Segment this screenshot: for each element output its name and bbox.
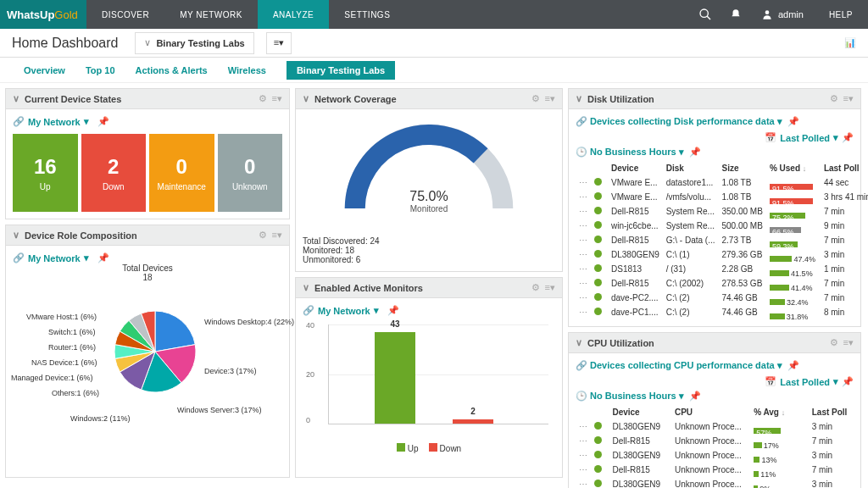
tab-binary-testing-labs[interactable]: Binary Testing Labs xyxy=(287,61,395,80)
gear-icon[interactable]: ⚙ xyxy=(259,93,267,104)
table-row[interactable]: ⋯dave-PC1....C:\ (2)74.46 GB31.8%8 min xyxy=(576,305,868,319)
menu-icon[interactable]: ≡▾ xyxy=(843,93,854,104)
svg-point-0 xyxy=(700,9,708,17)
bell-icon[interactable] xyxy=(721,0,751,29)
col-pct-avg[interactable]: % Avg ↓ xyxy=(750,405,809,419)
pin-icon[interactable]: 📌 xyxy=(97,252,109,263)
pin-icon[interactable]: 📌 xyxy=(787,116,799,127)
widget-title: Disk Utilization xyxy=(587,94,654,104)
gear-icon[interactable]: ⚙ xyxy=(531,282,540,293)
col-size[interactable]: Size xyxy=(719,161,766,175)
list-icon[interactable]: ≡▾ xyxy=(266,32,292,54)
pie-chart xyxy=(113,309,198,394)
svg-point-2 xyxy=(765,10,770,14)
menu-icon[interactable]: ≡▾ xyxy=(545,93,555,104)
calendar-icon[interactable]: 📅 xyxy=(765,376,776,387)
table-row[interactable]: ⋯Dell-R815G:\ - Data (...2.73 TB59.3%7 m… xyxy=(576,233,868,247)
gear-icon[interactable]: ⚙ xyxy=(531,93,540,104)
logo[interactable]: WhatsUpGold xyxy=(0,0,86,29)
table-row[interactable]: ⋯Dell-R815Unknown Proce...11%7 min xyxy=(576,463,854,477)
tile-maintenance[interactable]: 0Maintenance xyxy=(149,134,214,212)
col-device[interactable]: Device xyxy=(609,405,671,419)
col-device[interactable]: Device xyxy=(608,161,663,175)
table-row[interactable]: ⋯win-jc6cbe...System Re...500.00 MB66.5%… xyxy=(576,219,868,233)
gear-icon[interactable]: ⚙ xyxy=(830,337,838,348)
col-last-poll[interactable]: Last Poll xyxy=(821,161,868,175)
table-row[interactable]: ⋯DL380GEN9Unknown Proce...9%3 min xyxy=(576,477,854,488)
top-nav: DISCOVER MY NETWORK ANALYZE SETTINGS xyxy=(86,0,405,29)
table-row[interactable]: ⋯Dell-R815C:\ (2002)278.53 GB41.4%7 min xyxy=(576,276,868,291)
pie-label: Router:1 (6%) xyxy=(48,343,96,352)
disk-table: Device Disk Size % Used ↓ Last Poll ⋯VMw… xyxy=(576,161,868,319)
pin-icon[interactable]: 📌 xyxy=(842,376,854,387)
tile-up[interactable]: 16Up xyxy=(13,134,78,212)
pin-icon[interactable]: 📌 xyxy=(689,391,701,402)
col-last-poll[interactable]: Last Poll xyxy=(809,405,854,419)
nav-settings[interactable]: SETTINGS xyxy=(329,0,405,29)
scope-my-network[interactable]: 🔗 My Network ▾ 📌 xyxy=(13,116,282,127)
pin-icon[interactable]: 📌 xyxy=(97,116,109,127)
pin-icon[interactable]: 📌 xyxy=(689,147,701,158)
second-toolbar: Home Dashboard ∨Binary Testing Labs ≡▾ 📊 xyxy=(0,29,868,58)
table-row[interactable]: ⋯Dell-R815System Re...350.00 MB75.2%7 mi… xyxy=(576,204,868,219)
scope-my-network[interactable]: 🔗 My Network ▾ 📌 xyxy=(13,252,282,263)
page-title: Home Dashboard xyxy=(12,36,118,51)
nav-discover[interactable]: DISCOVER xyxy=(86,0,164,29)
table-row[interactable]: ⋯VMware E.../vmfs/volu...1.08 TB91.5%3 h… xyxy=(576,190,868,204)
widget-title: Enabled Active Monitors xyxy=(314,283,423,293)
devices-link[interactable]: 🔗 Devices collecting Disk performance da… xyxy=(576,116,782,127)
table-row[interactable]: ⋯DL380GEN9C:\ (1)279.36 GB47.4%3 min xyxy=(576,247,868,262)
devices-link[interactable]: 🔗 Devices collecting CPU performance dat… xyxy=(576,360,782,371)
widget-title: CPU Utilization xyxy=(587,338,654,348)
search-icon[interactable] xyxy=(690,0,721,29)
nav-my-network[interactable]: MY NETWORK xyxy=(164,0,258,29)
topbar: WhatsUpGold DISCOVER MY NETWORK ANALYZE … xyxy=(0,0,868,29)
tab-actions-alerts[interactable]: Actions & Alerts xyxy=(136,65,208,75)
user-menu[interactable]: admin xyxy=(751,8,814,20)
widget-network-coverage: ∨Network Coverage⚙≡▾ 75.0% Monitored Tot… xyxy=(295,88,563,272)
pin-icon[interactable]: 📌 xyxy=(842,132,854,143)
pin-icon[interactable]: 📌 xyxy=(787,360,799,371)
svg-line-1 xyxy=(707,16,710,19)
menu-icon[interactable]: ≡▾ xyxy=(843,337,854,348)
table-row[interactable]: ⋯dave-PC2....C:\ (2)74.46 GB32.4%7 min xyxy=(576,291,868,305)
col-pct-used[interactable]: % Used ↓ xyxy=(766,161,821,175)
business-hours-link[interactable]: 🕒 No Business Hours ▾ xyxy=(576,391,684,402)
col-cpu[interactable]: CPU xyxy=(671,405,750,419)
pie-label: Windows:2 (11%) xyxy=(70,414,131,423)
tab-wireless[interactable]: Wireless xyxy=(228,65,266,75)
tile-down[interactable]: 2Down xyxy=(81,134,147,212)
table-row[interactable]: ⋯DL380GEN9Unknown Proce...57%3 min xyxy=(576,419,854,434)
menu-icon[interactable]: ≡▾ xyxy=(545,282,555,293)
gear-icon[interactable]: ⚙ xyxy=(830,93,838,104)
menu-icon[interactable]: ≡▾ xyxy=(272,93,282,104)
widget-current-device-states: ∨Current Device States⚙≡▾ 🔗 My Network ▾… xyxy=(5,88,290,219)
table-row[interactable]: ⋯Dell-R815Unknown Proce...17%7 min xyxy=(576,434,854,448)
pie-label: Others:1 (6%) xyxy=(52,389,99,397)
col-disk[interactable]: Disk xyxy=(663,161,719,175)
scope-my-network[interactable]: 🔗 My Network ▾ 📌 xyxy=(303,305,555,316)
pie-label: VMware Host:1 (6%) xyxy=(26,313,97,321)
table-row[interactable]: ⋯DS1813/ (31)2.28 GB41.5%1 min xyxy=(576,262,868,276)
nav-analyze[interactable]: ANALYZE xyxy=(258,0,329,29)
gear-icon[interactable]: ⚙ xyxy=(259,230,267,241)
table-row[interactable]: ⋯DL380GEN9Unknown Proce...13%3 min xyxy=(576,448,854,463)
bar-up xyxy=(375,332,415,424)
widget-enabled-active-monitors: ∨Enabled Active Monitors⚙≡▾ 🔗 My Network… xyxy=(295,277,563,478)
tab-top10[interactable]: Top 10 xyxy=(86,65,115,75)
business-hours-link[interactable]: 🕒 No Business Hours ▾ xyxy=(576,147,684,158)
pie-label: Switch:1 (6%) xyxy=(48,328,96,336)
cpu-table: Device CPU % Avg ↓ Last Poll ⋯DL380GEN9U… xyxy=(576,405,854,488)
menu-icon[interactable]: ≡▾ xyxy=(272,230,282,241)
total-devices-label: Total Devices18 xyxy=(13,263,282,282)
chart-icon[interactable]: 📊 xyxy=(844,37,856,48)
help-link[interactable]: HELP xyxy=(814,0,868,29)
calendar-icon[interactable]: 📅 xyxy=(765,132,776,143)
context-selector[interactable]: ∨Binary Testing Labs xyxy=(135,32,253,54)
widget-title: Device Role Composition xyxy=(25,230,137,241)
tile-unknown[interactable]: 0Unknown xyxy=(218,134,283,212)
pin-icon[interactable]: 📌 xyxy=(387,305,399,316)
tab-overview[interactable]: Overview xyxy=(24,65,65,75)
table-row[interactable]: ⋯VMware E...datastore1...1.08 TB91.5%44 … xyxy=(576,175,868,190)
widget-title: Network Coverage xyxy=(314,94,397,104)
